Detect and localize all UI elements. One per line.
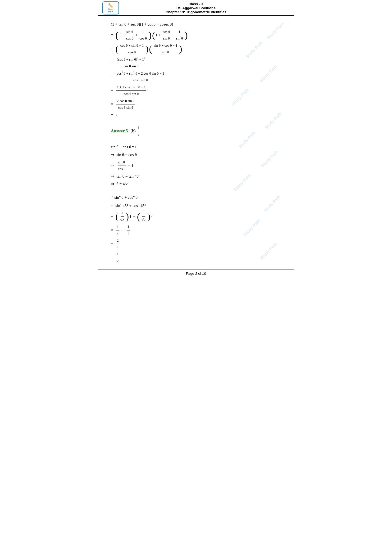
step-7: = sin4 45° + cos4 45° [111, 202, 281, 209]
expr-line-3: = (cos θ + sin θ)2 − 12 cos θ sin θ [111, 56, 281, 69]
step-3: ⇒ sin θ cos θ = 1 [111, 159, 281, 172]
frac-1-4-b: 1 4 [127, 224, 130, 237]
equals-2: = [111, 45, 113, 52]
logo: ✏️ Study Path [102, 1, 119, 14]
step-9: = 1 4 + 1 4 [111, 224, 281, 237]
answer5-fraction: 1 2 [137, 125, 140, 138]
frac-sincos-1-sin: sin θ + cos θ − 1 sin θ [153, 43, 178, 55]
left-paren-1: ( [115, 31, 118, 40]
frac-1-2-final: 1 2 [116, 251, 119, 264]
pow4-1: 4 [129, 214, 131, 219]
one-1: 1 + [119, 32, 124, 39]
big-paren-8: ) [126, 212, 129, 221]
main-content: (1 + tan θ + sec θ)(1 + cot θ − cosec θ)… [98, 16, 294, 275]
book-title: RS Aggarwal Solutions [176, 6, 216, 10]
therefore-sym: ∴ sin4 θ + cos4 θ [111, 194, 138, 201]
big-paren-7: ( [115, 212, 118, 221]
step-4: ⇒ tan θ = tan 45° [111, 173, 281, 180]
answer5-label: Answer 5 [111, 127, 128, 135]
logo-text2: Path [108, 11, 113, 13]
frac-1-sqrt2-b: 1 √2 [141, 210, 147, 223]
step-1: sin θ − cos θ = 0 [111, 144, 281, 151]
expr-line-7: = 2 [111, 112, 281, 119]
frac-2cos-sin: 2 cos θ sin θ cos θ sin θ [116, 98, 135, 111]
left-paren-2: ( [152, 31, 155, 40]
step-3-eq: = 1 [128, 162, 133, 169]
big-paren-3: ( [115, 45, 118, 53]
plus-2: + [133, 213, 135, 220]
chapter-title: Chapter 13: Trigonometric Identities [166, 10, 227, 14]
frac-1-costheta: 1 cos θ [139, 29, 147, 42]
step-11: = 1 2 [111, 251, 281, 264]
step-2: ⇒ sin θ = cos θ [111, 152, 281, 159]
expr-line-1: = ( 1 + sin θ cos θ + 1 cos θ ) ( 1 + co… [111, 29, 281, 42]
page: ✏️ Study Path Class - X RS Aggarwal Solu… [98, 0, 294, 277]
equals-10: = [111, 227, 113, 234]
frac-sin-cos-step3: sin θ cos θ [117, 159, 126, 172]
expr-line-5: = 1 + 2 cos θ sin θ − 1 cos θ sin θ [111, 84, 281, 97]
equals-8: = [111, 202, 113, 209]
implies-3: ⇒ [111, 173, 114, 180]
page-number: Page 2 of 10 [186, 271, 206, 276]
step-8: = ( 1 √2 ) 4 + ( 1 √2 ) 4 [111, 210, 281, 223]
right-paren-1: ) [149, 31, 151, 40]
frac-1-sqrt2-a: 1 √2 [120, 210, 125, 223]
expr-line-0: (1 + tan θ + sec θ)(1 + cot θ − cosec θ) [111, 21, 281, 28]
step-5: ⇒ θ = 45° [111, 181, 281, 187]
big-paren-10: ) [147, 212, 150, 221]
big-paren-6: ) [179, 45, 182, 53]
frac-1-sintheta: 1 sin θ [175, 29, 183, 42]
pow4-2: 4 [151, 214, 153, 219]
expr-line-2: = ( cos θ + sin θ − 1 cos θ ) ( sin θ + … [111, 43, 281, 55]
frac-sq-minus-1: (cos θ + sin θ)2 − 12 cos θ sin θ [116, 56, 146, 69]
equals-6: = [111, 101, 113, 108]
one-2: 1 + [155, 32, 161, 39]
frac-expand: cos2 θ + sin2 θ + 2 cos θ sin θ − 1 cos … [116, 70, 165, 83]
step-7-text: sin4 45° + cos4 45° [115, 202, 146, 209]
equals-4: = [111, 73, 113, 80]
step-5-text: θ = 45° [117, 181, 128, 187]
big-paren-4: ) [146, 45, 148, 53]
implies-4: ⇒ [111, 181, 114, 187]
right-paren-2: ) [185, 31, 188, 40]
equals-11: = [111, 241, 113, 248]
equals-7: = [111, 112, 113, 119]
answer5-colon: : (b) [128, 127, 136, 135]
equals-9: = [111, 213, 113, 220]
frac-sintheta-costheta: sin θ cos θ [125, 29, 134, 42]
expr-text-0: (1 + tan θ + sec θ)(1 + cot θ − cosec θ) [111, 21, 173, 28]
implies-2: ⇒ [111, 162, 114, 169]
equals-3: = [111, 59, 113, 66]
plus-3: + [122, 227, 124, 234]
step-6: ∴ sin4 θ + cos4 θ [111, 194, 281, 201]
step-10: = 2 4 [111, 238, 281, 250]
step-4-text: tan θ = tan 45° [117, 173, 140, 180]
frac-costheta-sintheta: cos θ sin θ [162, 29, 171, 42]
expr-line-6: = 2 cos θ sin θ cos θ sin θ [111, 98, 281, 111]
frac-2-4: 2 4 [116, 238, 119, 250]
big-paren-5: ( [149, 45, 152, 53]
equals-12: = [111, 254, 113, 261]
plus-1: + [135, 32, 138, 39]
frac-1-4-a: 1 4 [116, 224, 119, 237]
step-1-text: sin θ − cos θ = 0 [111, 144, 137, 151]
minus-1: − [172, 32, 175, 39]
big-paren-9: ( [137, 212, 140, 221]
answer5-line: Answer 5 : (b) 1 2 [111, 125, 281, 138]
frac-cossin-1-cos: cos θ + sin θ − 1 cos θ [120, 43, 145, 55]
logo-icon: ✏️ [108, 3, 113, 8]
implies-1: ⇒ [111, 152, 114, 159]
frac-simplified: 1 + 2 cos θ sin θ − 1 cos θ sin θ [116, 84, 146, 97]
step-2-text: sin θ = cos θ [117, 152, 137, 159]
equals-5: = [111, 87, 113, 94]
equals-1: = [111, 32, 113, 39]
result-2: 2 [115, 112, 118, 119]
page-header: ✏️ Study Path Class - X RS Aggarwal Solu… [98, 0, 294, 16]
expr-line-4: = cos2 θ + sin2 θ + 2 cos θ sin θ − 1 co… [111, 70, 281, 83]
header-title: Class - X RS Aggarwal Solutions Chapter … [98, 2, 294, 14]
page-footer: Page 2 of 10 [98, 270, 294, 277]
class-label: Class - X [189, 2, 203, 6]
